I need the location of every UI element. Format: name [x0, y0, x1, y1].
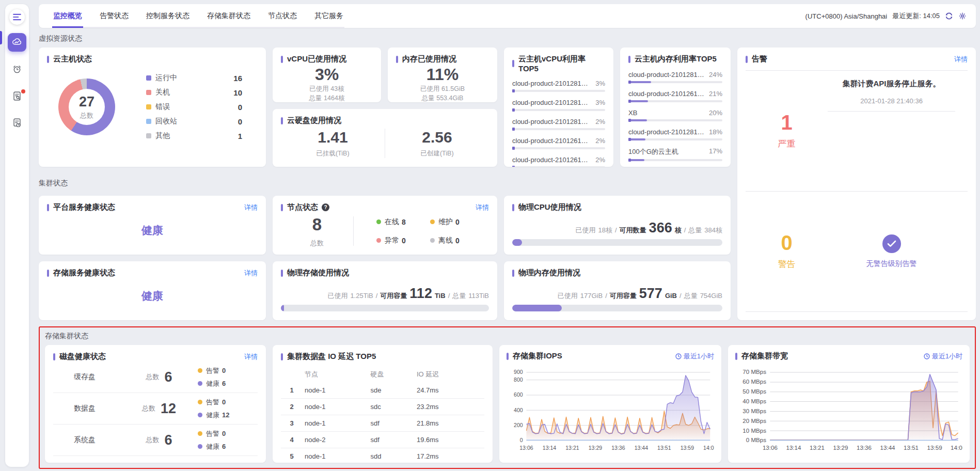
disk-health-row-system: 系统盘 总数6 告警0 健康6 — [53, 425, 258, 456]
platform-health-card: 平台服务健康状态 详情 健康 — [39, 196, 266, 255]
svg-text:200: 200 — [514, 422, 523, 428]
svg-text:13:29: 13:29 — [589, 445, 602, 451]
legend-dot — [430, 219, 435, 224]
iops-range-selector[interactable]: 最近1小时 — [675, 352, 714, 361]
legend-item-maintenance: 维护0 — [430, 217, 484, 227]
card-title-text: 集群数据盘 IO 延迟 TOP5 — [287, 352, 376, 362]
tab-monitor-overview[interactable]: 监控概览 — [52, 5, 83, 28]
tab-other-services[interactable]: 其它服务 — [313, 5, 344, 28]
disk-healthy-count: 健康6 — [198, 379, 254, 388]
memory-usage-card: 内存已使用情况 11% 已使用 61.5GiB 总量 553.4GiB — [388, 48, 497, 102]
iops-area-chart: 020040060080090013:0613:1413:2113:2913:3… — [507, 366, 714, 453]
physical-storage-card: 物理存储使用情况 已使用1.25TiB / 可用容量112TiB / 总量113… — [273, 261, 497, 320]
iops-chart-card: 存储集群IOPS 最近1小时 020040060080090013:0613:1… — [499, 345, 721, 463]
svg-text:13:21: 13:21 — [565, 445, 579, 451]
sidebar — [5, 4, 29, 467]
svg-text:13:51: 13:51 — [657, 445, 671, 451]
disk-healthy-count: 健康12 — [198, 411, 254, 420]
legend-item-other: 其他 1 — [146, 131, 242, 140]
svg-text:13:44: 13:44 — [880, 445, 895, 451]
bandwidth-area-chart: 0 MBps10 MBps20 MBps30 MBps40 MBps50 MBp… — [735, 366, 962, 453]
vcpu-percent: 3% — [281, 65, 373, 84]
platform-health-status: 健康 — [47, 212, 258, 248]
hamburger-icon — [13, 13, 21, 21]
top-tab-bar: 监控概览 告警状态 控制服务状态 存储集群状态 节点状态 其它服务 (UTC+0… — [39, 4, 976, 28]
sidebar-menu-button[interactable] — [9, 9, 25, 25]
svg-text:900: 900 — [514, 369, 523, 375]
svg-text:20 MBps: 20 MBps — [742, 418, 766, 424]
vcpu-used: 已使用 43核 — [281, 84, 373, 93]
sidebar-item-alarms[interactable] — [8, 60, 26, 78]
active-nav-indicator — [0, 31, 2, 44]
legend-swatch — [146, 90, 151, 95]
physical-storage-usage-text: 已使用1.25TiB / 可用容量112TiB / 总量113TiB — [281, 287, 489, 305]
card-title-text: 存储集群IOPS — [513, 351, 562, 361]
sidebar-item-logs[interactable] — [8, 87, 26, 105]
disk-alarm-count: 告警0 — [198, 429, 254, 438]
tab-node-status[interactable]: 节点状态 — [267, 5, 298, 28]
card-title-text: 节点状态 — [287, 202, 318, 212]
svg-text:13:51: 13:51 — [904, 445, 919, 451]
tab-storage-cluster-status[interactable]: 存储集群状态 — [206, 5, 251, 28]
alarm-detail-link[interactable]: 详情 — [954, 55, 968, 64]
document-clock-icon — [11, 117, 23, 129]
legend-item-running: 运行中 16 — [146, 73, 242, 83]
disk-alarm-count: 告警0 — [198, 398, 254, 407]
node-legend: 在线8 维护0 异常0 离线0 — [354, 217, 489, 245]
healthy-dot — [198, 413, 202, 417]
warning-label: 警告 — [778, 258, 796, 270]
card-title-text: 物理存储使用情况 — [287, 268, 349, 278]
physical-storage-progress — [281, 305, 489, 311]
card-title-text: vCPU已使用情况 — [287, 54, 346, 64]
svg-text:13:59: 13:59 — [681, 445, 694, 451]
disk-healthy-count: 健康6 — [198, 442, 254, 451]
legend-item-recycle: 回收站 0 — [146, 117, 242, 126]
top5-row: cloud-product-2101281…3% — [512, 80, 605, 92]
sidebar-item-monitor-overview[interactable] — [8, 33, 26, 52]
cloud-disk-card: 云硬盘使用情况 1.41 已挂载(TiB) 2.56 已创建(TiB) — [273, 109, 497, 167]
bandwidth-range-selector[interactable]: 最近1小时 — [924, 352, 962, 361]
svg-text:13:06: 13:06 — [763, 445, 778, 451]
node-status-detail-link[interactable]: 详情 — [476, 203, 489, 212]
disk-health-detail-link[interactable]: 详情 — [244, 352, 258, 362]
bandwidth-chart-card: 存储集群带宽 最近1小时 0 MBps10 MBps20 MBps30 MBps… — [728, 345, 970, 463]
section-virtual-resources: 虚拟资源状态 — [39, 34, 976, 43]
settings-gear-icon[interactable] — [958, 12, 967, 20]
top5-row: XB20% — [628, 109, 722, 121]
top5-row: 100个G的云主机17% — [628, 147, 722, 161]
no-warning-text: 无警告级别告警 — [866, 259, 917, 269]
tab-alarm-status[interactable]: 告警状态 — [99, 5, 130, 28]
svg-text:10 MBps: 10 MBps — [742, 428, 766, 434]
svg-text:70 MBps: 70 MBps — [742, 369, 766, 375]
help-icon[interactable]: ? — [322, 203, 329, 211]
card-title-text: 云硬盘使用情况 — [287, 116, 341, 125]
healthy-dot — [198, 381, 202, 386]
card-title-text: 物理CPU使用情况 — [518, 202, 581, 212]
svg-text:800: 800 — [514, 376, 523, 383]
tab-control-service-status[interactable]: 控制服务状态 — [145, 5, 191, 28]
alarm-critical-section: 1 严重 集群计费API服务停止服务。 2021-01-28 21:40:36 — [746, 71, 968, 191]
refresh-icon[interactable] — [945, 12, 953, 20]
critical-count: 1 — [781, 112, 792, 133]
section-storage-cluster: 存储集群状态 — [45, 332, 970, 341]
card-title-text: 存储集群带宽 — [741, 351, 788, 361]
svg-text:13:14: 13:14 — [543, 445, 556, 451]
sidebar-item-history[interactable] — [8, 114, 26, 132]
storage-health-detail-link[interactable]: 详情 — [244, 269, 258, 278]
node-total: 8 总数 — [281, 215, 353, 248]
memory-used: 已使用 61.5GiB — [396, 84, 489, 93]
svg-text:14:06: 14:06 — [951, 445, 962, 451]
card-title-text: 告警 — [752, 54, 767, 64]
svg-text:0 MBps: 0 MBps — [746, 437, 767, 444]
memory-top5-card: 云主机内存利用率TOP5 cloud-product-2101281…24% c… — [620, 48, 731, 167]
platform-health-detail-link[interactable]: 详情 — [244, 203, 258, 212]
physical-cpu-card: 物理CPU使用情况 已使用18核 / 可用数量366核 / 总量384核 — [504, 196, 731, 255]
table-row: 5 node-1 sdd 17.2ms — [281, 448, 484, 463]
section-cluster-status: 集群状态 — [39, 180, 731, 189]
node-status-card: 节点状态 ? 详情 8 总数 在线8 维护0 — [273, 196, 497, 255]
legend-dot — [430, 238, 435, 243]
top5-row: cloud-product-2101281…2% — [512, 118, 605, 130]
legend-item-error: 错误 0 — [146, 102, 242, 112]
card-title-text: 云主机内存利用率TOP5 — [635, 54, 717, 64]
alarm-card: 告警 详情 1 严重 集群计费API服务停止服务。 2021-01-28 21:… — [737, 48, 976, 320]
